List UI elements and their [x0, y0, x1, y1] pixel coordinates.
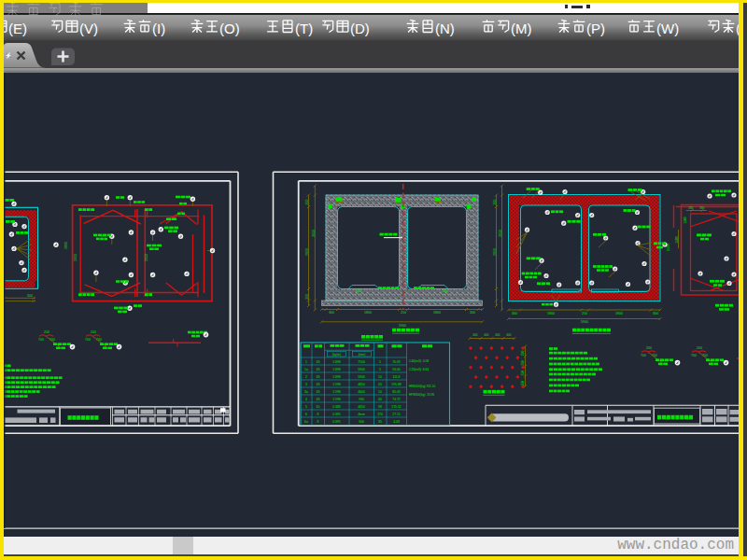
- svg-text:2800: 2800: [64, 242, 68, 249]
- svg-text:5: 5: [379, 368, 381, 371]
- svg-text:5900: 5900: [581, 320, 588, 324]
- svg-text:280: 280: [699, 206, 705, 210]
- svg-text:1.998: 1.998: [332, 390, 341, 394]
- svg-text:1500: 1500: [684, 217, 687, 224]
- svg-text:18: 18: [317, 390, 320, 394]
- svg-text:18: 18: [317, 375, 320, 379]
- svg-text:1.998: 1.998: [332, 398, 341, 401]
- svg-text:300: 300: [356, 289, 361, 293]
- svg-text:4mm: 4mm: [358, 413, 365, 416]
- svg-text:200: 200: [91, 330, 96, 334]
- svg-text:6: 6: [305, 413, 307, 416]
- svg-text:(V): (V): [79, 21, 98, 36]
- svg-text:1800: 1800: [615, 312, 623, 315]
- svg-text:HRB400(kg):741.10: HRB400(kg):741.10: [409, 385, 435, 388]
- svg-text:400: 400: [484, 333, 489, 337]
- svg-text:2950: 2950: [305, 248, 309, 256]
- svg-text:18: 18: [317, 398, 320, 401]
- svg-text:(O): (O): [219, 21, 240, 36]
- svg-text:700: 700: [691, 354, 697, 357]
- svg-text:4600: 4600: [358, 390, 365, 394]
- svg-text:1800: 1800: [433, 311, 441, 315]
- svg-text:(kg/m): (kg/m): [332, 353, 341, 357]
- svg-text:0.395: 0.395: [332, 413, 341, 416]
- svg-text:(M): (M): [511, 21, 532, 36]
- svg-text:300: 300: [329, 311, 334, 315]
- svg-text:300: 300: [653, 312, 658, 315]
- svg-text:1500: 1500: [667, 244, 670, 251]
- svg-text:4.43: 4.43: [393, 420, 400, 424]
- svg-text:350: 350: [305, 294, 309, 300]
- svg-text:(T): (T): [295, 21, 313, 36]
- svg-text:3: 3: [305, 383, 307, 386]
- svg-text:5900: 5900: [399, 324, 406, 328]
- svg-text:5900: 5900: [358, 375, 365, 379]
- svg-text:1800: 1800: [364, 311, 372, 315]
- svg-text:70.93: 70.93: [392, 360, 401, 364]
- svg-text:74.72: 74.72: [392, 398, 401, 401]
- svg-text:300: 300: [27, 294, 33, 298]
- svg-text:250: 250: [521, 381, 525, 386]
- svg-text:200: 200: [697, 346, 702, 350]
- svg-text:98: 98: [378, 405, 382, 409]
- svg-text:(N): (N): [435, 21, 455, 36]
- svg-text:1800: 1800: [547, 312, 555, 315]
- svg-text:(D): (D): [350, 21, 370, 36]
- svg-text:250: 250: [582, 312, 587, 315]
- svg-text:C20(m3): 8.64: C20(m3): 8.64: [409, 368, 429, 371]
- svg-text:18: 18: [317, 368, 320, 371]
- svg-text:5900: 5900: [358, 368, 365, 371]
- svg-text:4650: 4650: [358, 405, 365, 409]
- svg-text:10: 10: [317, 405, 320, 409]
- svg-text:175.52: 175.52: [391, 405, 401, 409]
- svg-text:18: 18: [317, 360, 320, 364]
- svg-text:0.395: 0.395: [332, 420, 341, 424]
- svg-text:2950: 2950: [145, 254, 148, 261]
- svg-text:400: 400: [472, 333, 478, 337]
- svg-text:195.88: 195.88: [391, 383, 401, 386]
- svg-text:4850: 4850: [358, 383, 365, 386]
- svg-text:700: 700: [641, 354, 646, 357]
- svg-text:1a: 1a: [304, 368, 308, 371]
- svg-text:700: 700: [85, 338, 91, 342]
- svg-text:3650: 3650: [312, 230, 316, 237]
- svg-text:C40(m3): 4.08: C40(m3): 4.08: [409, 359, 429, 363]
- svg-text:200: 200: [44, 330, 49, 334]
- svg-text:250: 250: [401, 311, 406, 315]
- svg-text:10: 10: [378, 390, 382, 394]
- svg-text:300: 300: [512, 312, 517, 315]
- svg-text:(I): (I): [152, 21, 165, 36]
- svg-text:500: 500: [359, 420, 364, 424]
- svg-text:1500: 1500: [675, 236, 679, 244]
- svg-text:10: 10: [378, 375, 382, 379]
- svg-text:20: 20: [378, 383, 382, 386]
- svg-text:2950: 2950: [493, 248, 497, 256]
- svg-text:300: 300: [443, 289, 448, 293]
- svg-text:400: 400: [495, 333, 500, 337]
- svg-text:200: 200: [646, 346, 652, 350]
- svg-text:250: 250: [521, 371, 525, 376]
- svg-text:3a: 3a: [304, 390, 308, 394]
- svg-text:280: 280: [688, 206, 694, 210]
- svg-text:4: 4: [305, 398, 307, 401]
- svg-text:27.15: 27.15: [392, 413, 401, 416]
- svg-text:8: 8: [317, 420, 319, 424]
- svg-text:0.383: 0.383: [332, 405, 341, 409]
- svg-text:56.04: 56.04: [392, 368, 401, 371]
- svg-text:400: 400: [506, 333, 512, 337]
- svg-text:80.43: 80.43: [392, 390, 401, 394]
- svg-text:1.898: 1.898: [332, 360, 341, 364]
- svg-text:35: 35: [378, 420, 382, 424]
- svg-text:2: 2: [305, 375, 307, 379]
- svg-text:350: 350: [305, 200, 309, 205]
- svg-text:8: 8: [317, 413, 319, 416]
- svg-text:250: 250: [521, 360, 525, 366]
- svg-text:40: 40: [378, 398, 382, 401]
- svg-text:(mm): (mm): [359, 353, 366, 357]
- svg-text:700: 700: [38, 338, 44, 342]
- svg-text:300: 300: [470, 311, 475, 315]
- svg-text:940: 940: [359, 398, 364, 401]
- svg-text:5: 5: [379, 360, 381, 364]
- svg-text:18: 18: [317, 383, 320, 386]
- svg-text:350: 350: [493, 200, 497, 205]
